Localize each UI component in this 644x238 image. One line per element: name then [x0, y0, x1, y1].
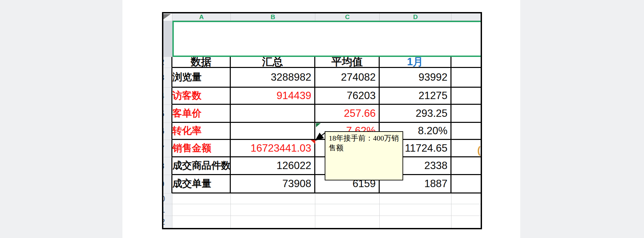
comment-note[interactable]: 18年接手前：400万销售额	[325, 131, 403, 180]
cell-e5[interactable]	[451, 105, 481, 123]
empty-cell-e12[interactable]	[451, 216, 481, 228]
row-12: 12	[163, 216, 481, 228]
cell-e3[interactable]	[451, 68, 481, 88]
cell-e6[interactable]	[451, 123, 481, 140]
empty-cell-b10[interactable]	[231, 193, 315, 204]
column-header-A[interactable]: A	[172, 13, 231, 20]
select-all-corner[interactable]	[163, 13, 172, 21]
cell-b9-value: 73908	[231, 178, 314, 190]
column-header-D[interactable]: D	[380, 13, 451, 20]
row-number: 6	[163, 127, 164, 136]
spreadsheet-viewport: ABCD 2数据汇总平均值1月3浏览量3288982274082939924访客…	[162, 12, 482, 229]
cell-d3-value: 93992	[380, 71, 450, 83]
empty-cell-c12[interactable]	[315, 216, 380, 228]
empty-cell-e10[interactable]	[451, 193, 481, 204]
row-header-3[interactable]: 3	[163, 68, 172, 88]
merged-cell-a1[interactable]	[172, 21, 481, 57]
row-number: 4	[163, 91, 164, 101]
cell-a6[interactable]: 转化率	[172, 123, 231, 140]
cell-a9-value: 成交单量	[172, 177, 230, 190]
cell-a9[interactable]: 成交单量	[172, 175, 231, 193]
empty-cell-a11[interactable]	[172, 204, 231, 216]
sheet-content: ABCD 2数据汇总平均值1月3浏览量3288982274082939924访客…	[163, 13, 481, 228]
cell-d4[interactable]: 21275	[380, 88, 451, 105]
row-header-8[interactable]: 8	[163, 157, 172, 175]
cell-c2[interactable]: 平均值	[315, 57, 380, 68]
cell-c3[interactable]: 274082	[315, 68, 380, 88]
row-number: 7	[163, 144, 164, 153]
cell-b9[interactable]: 73908	[231, 175, 315, 193]
row-4: 4访客数9144397620321275	[163, 88, 481, 105]
cell-d5[interactable]: 293.25	[380, 105, 451, 123]
row-header-9[interactable]: 9	[163, 175, 172, 193]
table-rows: 2数据汇总平均值1月3浏览量3288982274082939924访客数9144…	[163, 57, 481, 228]
empty-cell-e11[interactable]	[451, 204, 481, 216]
cell-a8[interactable]: 成交商品件数	[172, 157, 231, 175]
cell-b6[interactable]	[231, 123, 315, 140]
row-number: 2	[163, 58, 164, 67]
cell-e8[interactable]	[451, 157, 481, 175]
clipped-cell-fragment: (	[477, 145, 481, 156]
cell-b4-value: 914439	[231, 90, 314, 102]
cell-a7[interactable]: 销售金额	[172, 140, 231, 157]
column-header-strip: ABCD	[163, 13, 481, 21]
row-11: 11	[163, 204, 481, 216]
cell-a7-value: 销售金额	[172, 142, 230, 155]
row-9: 9成交单量7390861591887	[163, 175, 481, 193]
cell-b3[interactable]: 3288982	[231, 68, 315, 88]
empty-cell-d10[interactable]	[380, 193, 451, 204]
row-7: 7销售金额16723441.0311724.65	[163, 140, 481, 157]
empty-cell-d12[interactable]	[380, 216, 451, 228]
empty-cell-a12[interactable]	[172, 216, 231, 228]
row-8: 8成交商品件数1260222338	[163, 157, 481, 175]
cell-b8[interactable]: 126022	[231, 157, 315, 175]
row-2-headers: 2数据汇总平均值1月	[163, 57, 481, 68]
cell-b7[interactable]: 16723441.03	[231, 140, 315, 157]
row-header-5[interactable]: 5	[163, 105, 172, 123]
row-header-10[interactable]: 10	[163, 193, 172, 204]
row-1	[163, 21, 481, 57]
row-number: 5	[163, 109, 164, 118]
cell-c2-value: 平均值	[315, 55, 379, 69]
cell-a3-value: 浏览量	[172, 71, 230, 84]
empty-cell-a10[interactable]	[172, 193, 231, 204]
cell-d3[interactable]: 93992	[380, 68, 451, 88]
cell-a5[interactable]: 客单价	[172, 105, 231, 123]
empty-cell-d11[interactable]	[380, 204, 451, 216]
cell-e2[interactable]	[451, 57, 481, 68]
empty-cell-b12[interactable]	[231, 216, 315, 228]
cell-a4[interactable]: 访客数	[172, 88, 231, 105]
cell-b8-value: 126022	[231, 160, 314, 172]
row-header-1[interactable]	[163, 21, 172, 57]
row-number: 9	[163, 179, 164, 189]
cell-e9[interactable]	[451, 175, 481, 193]
cell-b4[interactable]: 914439	[231, 88, 315, 105]
desktop: { "colors": { "selection_green": "#21a46…	[0, 0, 644, 238]
row-header-2[interactable]: 2	[163, 57, 172, 68]
cell-e4[interactable]	[451, 88, 481, 105]
row-header-7[interactable]: 7	[163, 140, 172, 157]
column-header-e[interactable]	[451, 13, 481, 20]
cell-c5-value: 257.66	[315, 107, 379, 120]
cell-b2[interactable]: 汇总	[231, 57, 315, 68]
column-header-B[interactable]: B	[231, 13, 315, 20]
row-header-11[interactable]: 11	[163, 204, 172, 216]
cell-e7[interactable]	[451, 140, 481, 157]
cell-a2[interactable]: 数据	[172, 57, 231, 68]
cell-b7-value: 16723441.03	[231, 142, 314, 154]
empty-cell-b11[interactable]	[231, 204, 315, 216]
cell-d2[interactable]: 1月	[380, 57, 451, 68]
cell-a3[interactable]: 浏览量	[172, 68, 231, 88]
comment-note-text: 18年接手前：400万销售额	[329, 134, 399, 152]
column-header-C[interactable]: C	[315, 13, 380, 20]
cell-d2-value: 1月	[380, 55, 450, 69]
cell-c4[interactable]: 76203	[315, 88, 380, 105]
cell-c5[interactable]: 257.66	[315, 105, 380, 123]
row-header-12[interactable]: 12	[163, 216, 172, 228]
row-header-4[interactable]: 4	[163, 88, 172, 105]
empty-cell-c11[interactable]	[315, 204, 380, 216]
cell-b5[interactable]	[231, 105, 315, 123]
cell-d4-value: 21275	[380, 90, 450, 102]
empty-cell-c10[interactable]	[315, 193, 380, 204]
row-header-6[interactable]: 6	[163, 123, 172, 140]
